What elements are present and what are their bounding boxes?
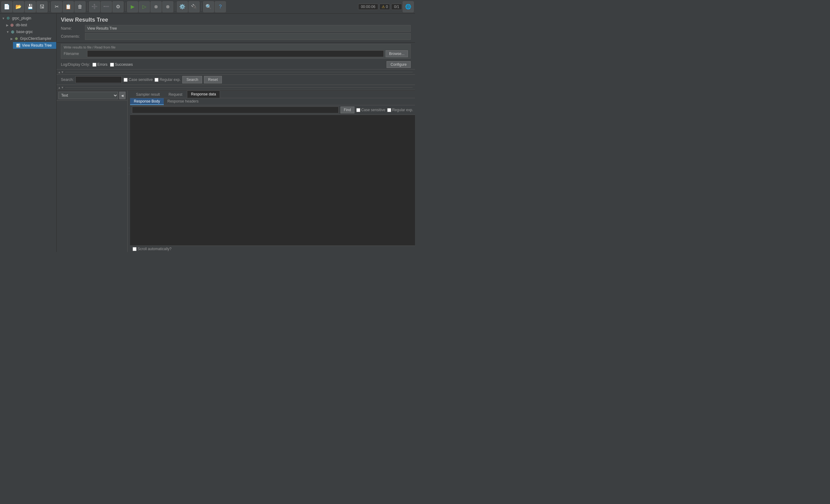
warning-count: 0 xyxy=(386,5,388,9)
toolbar: 📄 📂 💾 🖫 ✂ 📋 🗑 ➕ ➖ ⚙ ▶ ▷ ⏺ ⏺ ⚙️ 🔌 🔍 ? 00:… xyxy=(0,0,415,13)
sidebar-item-db-test[interactable]: ▶ ⊕ db-test xyxy=(4,22,56,28)
filename-input[interactable] xyxy=(87,51,384,57)
log-display-label: Log/Display Only: xyxy=(61,62,90,67)
sidebar-item-label-grpc-plugin: grpc_plugin xyxy=(12,16,31,21)
filename-label: Filename xyxy=(64,52,85,56)
errors-checkbox-label[interactable]: Errors xyxy=(92,62,107,67)
successes-checkbox-label[interactable]: Successes xyxy=(110,62,133,67)
search-bar-button[interactable]: 🔍 xyxy=(203,1,214,12)
remove-button[interactable]: ➖ xyxy=(101,1,112,12)
base-icon: ⊕ xyxy=(10,29,15,34)
name-input[interactable] xyxy=(85,25,411,32)
response-case-sensitive-checkbox[interactable] xyxy=(356,108,360,112)
plugin-icon: ⚙ xyxy=(6,16,11,21)
regular-exp-checkbox[interactable] xyxy=(155,78,159,82)
sidebar-item-label-base-grpc: base-grpc xyxy=(17,30,33,34)
div-line-top[interactable] xyxy=(65,72,413,72)
delete-button[interactable]: 🗑 xyxy=(74,1,86,12)
case-sensitive-label[interactable]: Case sensitive xyxy=(124,77,153,82)
scroll-auto-checkbox[interactable] xyxy=(133,247,136,251)
name-field: Name: xyxy=(61,25,411,32)
tab-request[interactable]: Request xyxy=(164,91,186,98)
tab-sampler-result[interactable]: Sampler result xyxy=(132,91,164,98)
results-dropdown-row: Text XML JSON HTML Binary ◀ xyxy=(57,91,127,101)
copy-button[interactable]: 📋 xyxy=(63,1,74,12)
results-toggle-button[interactable]: ◀ xyxy=(119,92,125,99)
separator-5 xyxy=(201,2,201,11)
case-sensitive-text: Case sensitive xyxy=(129,77,153,82)
errors-label: Errors xyxy=(97,62,107,67)
response-regular-exp-label[interactable]: Regular exp. xyxy=(387,108,413,112)
new-button[interactable]: 📄 xyxy=(1,1,12,12)
counter-display: 0/1 xyxy=(391,4,402,10)
timer-display: 00:00:06 xyxy=(358,4,378,10)
search-input[interactable] xyxy=(75,76,122,83)
successes-label: Successes xyxy=(115,62,133,67)
add-button[interactable]: ➕ xyxy=(89,1,100,12)
regular-exp-label[interactable]: Regular exp. xyxy=(155,77,181,82)
stop-button[interactable]: ⏺ xyxy=(151,1,162,12)
response-search-input[interactable] xyxy=(132,106,339,113)
cut-button[interactable]: ✂ xyxy=(51,1,62,12)
comments-input[interactable] xyxy=(85,33,411,40)
tab-response-data[interactable]: Response data xyxy=(187,91,220,98)
file-section-title: Write results to file / Read from file xyxy=(64,45,408,49)
expand-arrow-grpc-plugin: ▼ xyxy=(2,17,5,20)
results-right-panel: Sampler result Request Response data Res… xyxy=(130,91,415,252)
sidebar-item-label-db-test: db-test xyxy=(16,23,27,27)
help-button[interactable]: ? xyxy=(215,1,226,12)
expand-arrow-sampler: ▶ xyxy=(10,37,13,40)
search-label: Search: xyxy=(61,77,73,82)
scroll-auto-label[interactable]: Scroll automatically? xyxy=(133,247,171,251)
comments-field: Comments: xyxy=(61,33,411,40)
reset-button[interactable]: Reset xyxy=(204,76,222,83)
run-button[interactable]: ▶ xyxy=(127,1,138,12)
settings-button[interactable]: ⚙️ xyxy=(177,1,188,12)
expand-arrow-base-grpc: ▼ xyxy=(6,30,9,34)
div-line-bottom[interactable] xyxy=(65,88,413,88)
divider-bottom: ▲▼ xyxy=(57,85,415,90)
run-thread-button[interactable]: ▷ xyxy=(139,1,150,12)
save-button[interactable]: 💾 xyxy=(25,1,36,12)
sidebar-item-base-grpc[interactable]: ▼ ⊕ base-grpc xyxy=(4,28,56,35)
successes-checkbox[interactable] xyxy=(110,63,114,67)
results-format-select[interactable]: Text XML JSON HTML Binary xyxy=(58,92,118,99)
separator-2 xyxy=(87,2,88,11)
resize-handle-vertical[interactable]: ⋮⋮⋮ xyxy=(128,91,130,252)
main-tabs-row: Sampler result Request Response data xyxy=(130,91,415,98)
sidebar-item-grpc-plugin[interactable]: ▼ ⚙ grpc_plugin xyxy=(0,15,56,22)
divider-top: ▲▼ xyxy=(57,69,415,75)
panel-title: View Results Tree xyxy=(61,17,411,23)
find-button[interactable]: Find xyxy=(341,106,354,113)
results-list xyxy=(57,101,127,252)
toggle-button[interactable]: ⚙ xyxy=(113,1,124,12)
case-sensitive-checkbox[interactable] xyxy=(124,78,128,82)
configure-button[interactable]: Configure xyxy=(387,61,411,68)
sidebar-item-view-results-tree[interactable]: 📊 View Results Tree xyxy=(13,42,56,49)
search-button[interactable]: Search xyxy=(182,76,202,83)
separator-1 xyxy=(49,2,50,11)
open-button[interactable]: 📂 xyxy=(13,1,24,12)
browse-button[interactable]: Browse... xyxy=(386,51,408,57)
scroll-row: Scroll automatically? xyxy=(130,245,415,252)
div-arrows-top: ▲▼ xyxy=(58,70,64,74)
save-as-button[interactable]: 🖫 xyxy=(36,1,47,12)
globe-button[interactable]: 🌐 xyxy=(403,1,414,12)
db-icon: ⊕ xyxy=(9,23,14,28)
subtab-response-headers[interactable]: Response headers xyxy=(164,98,202,105)
panel-header: View Results Tree Name: Comments: xyxy=(57,13,415,43)
results-area: Text XML JSON HTML Binary ◀ ⋮⋮⋮ xyxy=(57,90,415,252)
errors-checkbox[interactable] xyxy=(92,63,96,67)
response-regular-exp-text: Regular exp. xyxy=(392,108,413,112)
subtab-response-body[interactable]: Response Body xyxy=(130,98,164,105)
stop-now-button[interactable]: ⏺ xyxy=(162,1,173,12)
response-case-sensitive-label[interactable]: Case sensitive xyxy=(356,108,385,112)
comments-label: Comments: xyxy=(61,34,83,39)
response-regular-exp-checkbox[interactable] xyxy=(387,108,391,112)
separator-4 xyxy=(175,2,175,11)
div-arrows-bottom: ▲▼ xyxy=(58,86,64,89)
subtabs-row: Response Body Response headers xyxy=(130,98,415,105)
plugin-button[interactable]: 🔌 xyxy=(189,1,200,12)
sidebar-item-label-grpc-client-sampler: GrpcClientSampler xyxy=(20,36,51,41)
sidebar-item-grpc-client-sampler[interactable]: ▶ ⊕ GrpcClientSampler xyxy=(9,35,56,42)
